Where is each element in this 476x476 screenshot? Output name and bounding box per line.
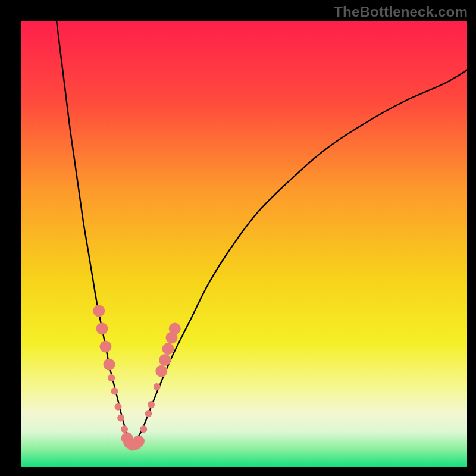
chart-marker bbox=[121, 425, 128, 433]
curves-layer bbox=[21, 21, 467, 467]
plot-area bbox=[21, 21, 467, 467]
chart-marker bbox=[169, 323, 181, 335]
chart-stage: TheBottleneck.com bbox=[0, 0, 476, 476]
marker-group bbox=[93, 305, 181, 451]
chart-marker bbox=[133, 436, 145, 447]
chart-marker bbox=[111, 388, 118, 395]
chart-marker bbox=[145, 410, 152, 417]
chart-marker bbox=[115, 403, 122, 411]
chart-marker bbox=[104, 359, 115, 371]
chart-marker bbox=[96, 323, 108, 335]
chart-marker bbox=[108, 374, 115, 381]
chart-marker bbox=[162, 343, 174, 355]
chart-marker bbox=[100, 341, 112, 353]
watermark-text: TheBottleneck.com bbox=[334, 4, 468, 20]
chart-marker bbox=[140, 425, 147, 433]
chart-marker bbox=[93, 305, 105, 317]
chart-marker bbox=[117, 415, 124, 422]
chart-marker bbox=[159, 354, 171, 366]
chart-marker bbox=[154, 383, 161, 390]
right-curve bbox=[133, 70, 468, 445]
chart-marker bbox=[155, 365, 167, 377]
chart-marker bbox=[148, 401, 155, 408]
left-curve bbox=[57, 21, 133, 445]
